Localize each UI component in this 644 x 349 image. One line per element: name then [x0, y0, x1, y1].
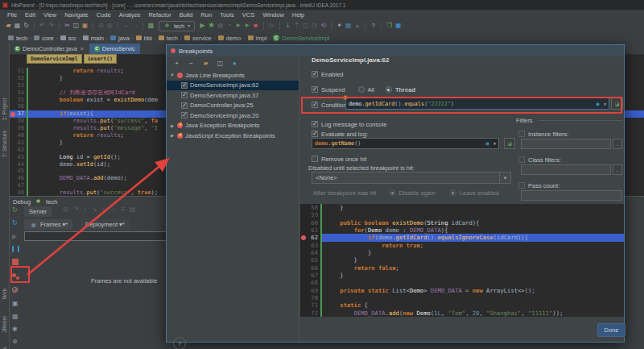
breadcrumb-tech[interactable]: tech: [8, 35, 27, 42]
tool-window-button-favorites[interactable]: 2: Favorites: [2, 344, 7, 349]
remove-once-row[interactable]: Remove once hit: [312, 155, 366, 163]
condition-checkbox[interactable]: [312, 102, 318, 108]
instance-filters-checkbox[interactable]: [518, 131, 525, 137]
expand-evaluate-icon[interactable]: ▦: [483, 139, 492, 147]
breakpoint-dot-icon[interactable]: [10, 112, 15, 117]
breadcrumb-service[interactable]: service: [184, 35, 212, 42]
maven-icon[interactable]: ❐: [385, 22, 394, 30]
log-message-row[interactable]: Log message to console: [312, 120, 386, 128]
line-number[interactable]: 39: [10, 125, 27, 132]
line-number[interactable]: 69: [300, 287, 320, 294]
tree-row-demoserviceimpl-java-37[interactable]: DemoServiceImpl.java:37: [167, 90, 299, 101]
condition-history-icon[interactable]: ▼: [604, 102, 606, 106]
step-over-icon[interactable]: ↷: [73, 206, 79, 213]
line-number[interactable]: 34: [10, 89, 27, 97]
evaluate-history-icon[interactable]: ▼: [493, 141, 496, 146]
breadcrumb-src[interactable]: src: [60, 35, 76, 42]
lock-icon[interactable]: ◻: [301, 22, 310, 30]
line-number[interactable]: 67: [300, 272, 320, 279]
run-server-icon[interactable]: ➤: [233, 22, 242, 30]
breadcrumb-demo[interactable]: demo: [218, 35, 242, 42]
tree-row-demoserviceimpl-java-62[interactable]: DemoServiceImpl.java:62: [167, 81, 299, 91]
instance-filters-more-button[interactable]: ...: [613, 139, 622, 149]
vcs-commit-icon[interactable]: ⇡: [292, 22, 301, 30]
line-number[interactable]: 65: [300, 256, 320, 264]
forward-icon[interactable]: →: [130, 22, 139, 30]
evaluate-row[interactable]: Evaluate and log:: [312, 130, 368, 138]
debug-server-icon[interactable]: ➤: [242, 22, 251, 30]
editor-tab-DemoController.java[interactable]: CDemoController.java✕: [10, 44, 89, 54]
menu-build[interactable]: Build: [175, 11, 197, 19]
leave-enabled-radio[interactable]: [450, 189, 456, 196]
line-number[interactable]: 31: [10, 68, 27, 75]
ant-icon[interactable]: ▴: [353, 22, 361, 30]
menu-navigate[interactable]: Navigate: [60, 11, 93, 19]
show-execution-point-icon[interactable]: ◎: [63, 206, 68, 213]
compile-icon[interactable]: ▩: [147, 22, 155, 30]
vcs-update-icon[interactable]: ⇣: [283, 22, 292, 30]
line-number[interactable]: 41: [10, 139, 27, 147]
class-filters-checkbox[interactable]: [518, 156, 525, 163]
breadcrumb-main[interactable]: main: [83, 35, 104, 42]
resume-icon[interactable]: ▶: [12, 233, 17, 240]
tree-row-java-exception-breakpoints[interactable]: ▶⚡Java Exception Breakpoints: [167, 121, 299, 131]
tool-window-button-structure[interactable]: 7: Structure: [2, 127, 7, 161]
tool-window-button-project[interactable]: 1: Project: [2, 93, 7, 127]
settings-icon[interactable]: ✱: [12, 326, 18, 333]
condition-input[interactable]: demo.getIdCard().equals("22222") ▦ ▼: [345, 98, 609, 110]
breadcrumb-core[interactable]: core: [34, 35, 54, 42]
menu-file[interactable]: File: [3, 11, 21, 19]
log-message-checkbox[interactable]: [312, 121, 318, 127]
condition-editor-button[interactable]: ◪: [611, 98, 623, 110]
help-icon[interactable]: ?: [369, 22, 378, 30]
find-icon[interactable]: ⊙: [97, 22, 105, 30]
tab-frames[interactable]: ▦ Frames ▾*: [24, 219, 72, 230]
breadcrumb-DemoServiceImpl[interactable]: CDemoServiceImpl: [273, 35, 329, 42]
save-icon[interactable]: ▦: [13, 22, 22, 30]
disable-again-radio[interactable]: [389, 189, 395, 196]
tree-row-demoserviceimpl-java-20[interactable]: DemoServiceImpl.java:20: [167, 110, 299, 121]
breakpoint-checkbox[interactable]: [181, 112, 188, 118]
remove-once-checkbox[interactable]: [312, 156, 318, 162]
line-number[interactable]: 60: [300, 219, 320, 226]
line-number[interactable]: 71: [300, 301, 320, 309]
tree-row-java-line-breakpoints[interactable]: ▼Java Line Breakpoints: [167, 70, 299, 81]
class-filters-more-button[interactable]: ...: [613, 164, 622, 175]
menu-help[interactable]: Help: [288, 11, 308, 19]
pass-count-checkbox[interactable]: [518, 182, 525, 189]
class-filters-row[interactable]: Class filters:: [518, 156, 561, 164]
breakpoint-dot-icon[interactable]: [301, 235, 306, 240]
line-number[interactable]: 32: [10, 75, 27, 82]
run-icon[interactable]: ▶: [198, 22, 207, 30]
expander-icon[interactable]: ▶: [170, 123, 175, 128]
pause-icon[interactable]: [12, 246, 19, 252]
line-number[interactable]: 46: [10, 175, 27, 182]
menu-vcs[interactable]: VCS: [238, 11, 258, 19]
instance-filters-row[interactable]: Instance filters:: [518, 130, 568, 138]
breadcrumb-hbi[interactable]: hbi: [136, 35, 152, 42]
class-filters-input[interactable]: [521, 164, 611, 175]
suspend-all-radio[interactable]: [358, 86, 365, 93]
done-button[interactable]: Done: [597, 323, 625, 337]
mute-breakpoints-icon[interactable]: [12, 287, 18, 293]
force-step-into-icon[interactable]: ↘: [92, 206, 97, 213]
step-into-icon[interactable]: ↓: [84, 206, 87, 213]
step-out-icon[interactable]: ↑: [101, 206, 105, 213]
profiler-icon[interactable]: ◔: [225, 22, 233, 30]
menu-refactor[interactable]: Refactor: [144, 11, 175, 19]
cut-icon[interactable]: ✂: [63, 22, 72, 30]
rerun-icon[interactable]: ↻: [12, 206, 18, 214]
line-number[interactable]: 38: [10, 118, 27, 125]
tree-row-democontroller-java-25[interactable]: DemoController.java:25: [167, 101, 299, 111]
menu-view[interactable]: View: [39, 11, 60, 19]
menu-analyze[interactable]: Analyze: [115, 11, 145, 19]
stop-icon[interactable]: ■: [251, 22, 260, 30]
breakpoint-checkbox[interactable]: [181, 82, 188, 89]
line-number[interactable]: 48: [10, 189, 27, 196]
line-number[interactable]: 59: [300, 211, 320, 218]
help-button[interactable]: ?: [173, 337, 186, 349]
redo-icon[interactable]: ↷: [47, 22, 56, 30]
coverage-icon[interactable]: ◍: [216, 22, 225, 30]
evaluate-editor-button[interactable]: ◪: [504, 138, 515, 149]
line-number[interactable]: 64: [300, 249, 320, 256]
